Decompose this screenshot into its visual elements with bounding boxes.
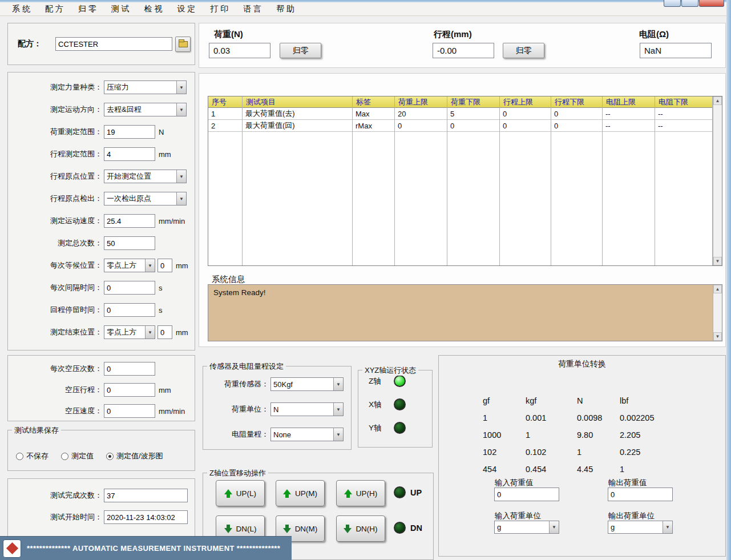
air-speed-input[interactable] bbox=[104, 404, 155, 418]
table-cell[interactable]: -- bbox=[603, 108, 655, 120]
stroke-range-input[interactable] bbox=[104, 147, 155, 161]
table-cell[interactable]: 0 bbox=[447, 120, 499, 132]
param-label: 测定总次数： bbox=[8, 238, 104, 248]
completed-count-input[interactable] bbox=[104, 489, 188, 502]
table-cell[interactable]: 0 bbox=[551, 120, 602, 132]
dn-high-button[interactable]: DN(H) bbox=[336, 515, 385, 542]
scroll-down-icon[interactable]: ▼ bbox=[713, 332, 722, 341]
total-count-input[interactable] bbox=[104, 236, 155, 250]
force-type-select[interactable]: 压缩力▼ bbox=[104, 80, 187, 94]
recipe-input[interactable] bbox=[55, 37, 172, 51]
radio-measured-value[interactable]: 测定值 bbox=[61, 451, 94, 461]
table-scrollbar[interactable]: ▲ ▼ bbox=[713, 96, 722, 265]
menu-print[interactable]: 打 印 bbox=[203, 3, 236, 15]
output-load-value-field[interactable] bbox=[608, 488, 673, 501]
menu-view[interactable]: 检 视 bbox=[137, 3, 170, 15]
menu-test[interactable]: 测 试 bbox=[104, 3, 137, 15]
table-cell[interactable]: 20 bbox=[395, 108, 447, 120]
scroll-up-icon[interactable]: ▲ bbox=[713, 96, 722, 105]
table-cell[interactable]: -- bbox=[603, 120, 655, 132]
radio-value-waveform[interactable]: 测定值/波形图 bbox=[106, 451, 163, 461]
origin-detect-select[interactable]: 一次检出原点▼ bbox=[104, 192, 187, 206]
col-header: 行程下限 bbox=[551, 96, 602, 108]
chevron-down-icon[interactable]: ▼ bbox=[176, 103, 186, 116]
table-cell[interactable]: Max bbox=[353, 108, 394, 120]
close-button[interactable] bbox=[699, 0, 724, 7]
table-cell[interactable]: 1 bbox=[208, 108, 242, 120]
menu-system[interactable]: 系 统 bbox=[5, 3, 38, 15]
input-unit-select[interactable]: g▼ bbox=[494, 521, 559, 534]
load-range-input[interactable] bbox=[104, 125, 155, 139]
table-cell[interactable]: 0 bbox=[500, 120, 551, 132]
arrow-up-icon bbox=[283, 489, 291, 498]
table-cell[interactable]: -- bbox=[655, 108, 712, 120]
load-zero-button[interactable]: 归零 bbox=[280, 43, 321, 58]
stroke-zero-button[interactable]: 归零 bbox=[503, 43, 544, 58]
up-low-button[interactable]: UP(L) bbox=[216, 480, 265, 506]
input-unit-label: 输入荷重单位 bbox=[495, 511, 541, 521]
table-cell[interactable]: 5 bbox=[447, 108, 499, 120]
wait-position-select[interactable]: 零点上方▼ bbox=[104, 259, 155, 272]
table-cell[interactable]: 最大荷重值(去) bbox=[243, 108, 352, 120]
table-cell[interactable]: 0 bbox=[551, 108, 602, 120]
chevron-down-icon[interactable]: ▼ bbox=[333, 378, 343, 390]
wait-offset-input[interactable] bbox=[157, 259, 172, 272]
table-cell[interactable]: -- bbox=[655, 120, 712, 132]
table-cell[interactable]: 0 bbox=[500, 108, 551, 120]
resistance-range-select[interactable]: None▼ bbox=[270, 428, 344, 441]
conv-cell: 102 bbox=[483, 444, 526, 461]
table-cell[interactable]: 最大荷重值(回) bbox=[243, 120, 352, 132]
end-offset-input[interactable] bbox=[157, 325, 172, 339]
table-cell[interactable]: rMax bbox=[353, 120, 394, 132]
output-unit-select[interactable]: g▼ bbox=[608, 521, 673, 534]
param-label: 测定运动方向： bbox=[8, 104, 104, 115]
air-stroke-input[interactable] bbox=[104, 383, 155, 397]
system-info-scrollbar[interactable]: ▲ ▼ bbox=[713, 285, 722, 341]
up-mid-button[interactable]: UP(M) bbox=[276, 480, 325, 506]
chevron-down-icon[interactable]: ▼ bbox=[333, 403, 343, 416]
browse-recipe-button[interactable] bbox=[175, 37, 191, 52]
arrow-up-icon bbox=[344, 489, 352, 498]
load-sensor-select[interactable]: 50Kgf▼ bbox=[270, 377, 344, 391]
radio-no-save[interactable]: 不保存 bbox=[16, 451, 49, 461]
chevron-down-icon[interactable]: ▼ bbox=[663, 521, 672, 533]
chevron-down-icon[interactable]: ▼ bbox=[145, 326, 155, 339]
scroll-down-icon[interactable]: ▼ bbox=[713, 257, 722, 265]
up-led-label: UP bbox=[410, 488, 422, 497]
up-high-button[interactable]: UP(H) bbox=[336, 480, 385, 506]
y-axis-led bbox=[394, 422, 406, 434]
maximize-button[interactable] bbox=[681, 0, 698, 7]
menu-setting[interactable]: 设 定 bbox=[169, 3, 203, 15]
col-header: 行程上限 bbox=[500, 96, 551, 108]
interval-time-input[interactable] bbox=[104, 281, 155, 295]
chevron-down-icon[interactable]: ▼ bbox=[333, 428, 343, 441]
chevron-down-icon[interactable]: ▼ bbox=[176, 170, 186, 183]
end-position-select[interactable]: 零点上方▼ bbox=[104, 325, 155, 339]
table-cell[interactable]: 2 bbox=[208, 120, 242, 132]
button-label: UP(H) bbox=[356, 489, 378, 498]
x-axis-led bbox=[394, 398, 406, 410]
table-cell[interactable]: 0 bbox=[395, 120, 447, 132]
input-load-value-field[interactable] bbox=[494, 488, 559, 501]
load-unit-select[interactable]: N▼ bbox=[270, 402, 344, 416]
up-led-indicator: UP bbox=[394, 486, 422, 498]
air-count-input[interactable] bbox=[104, 362, 155, 376]
direction-select[interactable]: 去程&回程▼ bbox=[104, 103, 187, 116]
dwell-time-input[interactable] bbox=[104, 303, 155, 317]
chevron-down-icon[interactable]: ▼ bbox=[176, 81, 186, 94]
start-time-input[interactable] bbox=[104, 510, 188, 524]
scroll-up-icon[interactable]: ▲ bbox=[713, 285, 722, 293]
menu-help[interactable]: 帮 助 bbox=[269, 3, 302, 15]
origin-position-select[interactable]: 开始测定位置▼ bbox=[104, 170, 187, 183]
menu-language[interactable]: 语 言 bbox=[236, 3, 269, 15]
chevron-down-icon[interactable]: ▼ bbox=[176, 192, 186, 205]
scroll-track[interactable] bbox=[713, 293, 722, 332]
chevron-down-icon[interactable]: ▼ bbox=[549, 521, 559, 533]
scroll-track[interactable] bbox=[713, 105, 722, 257]
menu-recipe[interactable]: 配 方 bbox=[38, 3, 71, 15]
speed-input[interactable] bbox=[104, 214, 155, 228]
minimize-button[interactable] bbox=[664, 0, 681, 7]
menu-zero[interactable]: 归 零 bbox=[71, 3, 104, 15]
chevron-down-icon[interactable]: ▼ bbox=[145, 259, 155, 272]
conv-cell: 1 bbox=[577, 444, 620, 461]
